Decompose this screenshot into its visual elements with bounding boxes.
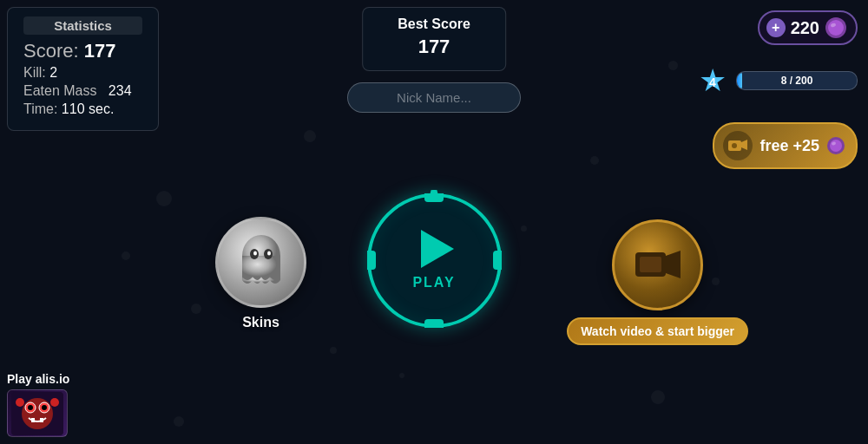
svg-point-19: [22, 398, 53, 429]
notch-left: [367, 251, 376, 270]
score-value: 177: [84, 40, 116, 62]
play-ring[interactable]: PLAY: [367, 193, 502, 328]
camera-icon: [723, 131, 753, 160]
svg-rect-24: [31, 418, 35, 422]
eaten-value: 234: [108, 83, 132, 98]
play-triangle-icon: [421, 230, 454, 268]
skins-icon: [215, 217, 306, 308]
svg-marker-4: [741, 140, 747, 150]
alis-monster-image: [11, 392, 63, 435]
skins-button[interactable]: Skins: [215, 217, 306, 330]
level-star: ★ 4: [694, 62, 731, 99]
play-alis-thumbnail[interactable]: [7, 389, 68, 437]
free-video-label: free +25: [760, 137, 819, 155]
video-circle: [612, 219, 703, 310]
xp-bar: 8 / 200: [736, 71, 858, 90]
kill-label: Kill:: [23, 65, 46, 80]
play-label: PLAY: [412, 275, 455, 291]
kill-value: 2: [49, 65, 57, 80]
statistics-panel: Statistics Score: 177 Kill: 2 Eaten Mass…: [7, 7, 159, 131]
svg-marker-16: [666, 251, 681, 278]
eaten-label: Eaten Mass: [23, 83, 96, 98]
time-row: Time: 110 sec.: [23, 101, 142, 117]
nickname-input[interactable]: [347, 82, 521, 113]
svg-point-22: [28, 405, 33, 410]
best-score-title: Best Score: [398, 16, 470, 32]
time-label: Time:: [23, 101, 57, 116]
free-video-gem-icon: [826, 136, 845, 155]
level-number: 4: [709, 75, 716, 89]
notch-right: [493, 251, 502, 270]
currency-value: 220: [791, 18, 819, 38]
play-alis-panel[interactable]: Play alis.io: [7, 372, 69, 437]
kill-row: Kill: 2: [23, 65, 142, 81]
svg-rect-17: [640, 257, 661, 272]
svg-point-13: [253, 251, 257, 255]
currency-bar: + 220: [758, 10, 858, 45]
eaten-row: Eaten Mass 234: [23, 83, 142, 99]
best-score-value: 177: [398, 36, 470, 58]
watch-video-label: Watch video & start bigger: [567, 317, 748, 345]
notch-bottom: [424, 319, 444, 328]
notch-top: [424, 193, 444, 202]
svg-point-26: [16, 398, 24, 407]
time-value: 110 sec.: [62, 101, 114, 116]
svg-point-7: [830, 140, 842, 152]
level-bar-container: ★ 4 8 / 200: [694, 62, 858, 99]
svg-point-1: [828, 20, 844, 36]
xp-text: 8 / 200: [781, 75, 813, 87]
svg-point-23: [42, 405, 47, 410]
play-alis-label: Play alis.io: [7, 372, 69, 386]
svg-point-27: [50, 398, 59, 407]
best-score-panel: Best Score 177: [362, 7, 506, 71]
free-video-button[interactable]: free +25: [713, 122, 858, 169]
gem-icon: [825, 16, 847, 39]
svg-rect-10: [242, 256, 280, 280]
svg-rect-25: [40, 418, 43, 422]
play-button[interactable]: PLAY: [365, 191, 503, 330]
svg-point-14: [267, 251, 271, 255]
xp-bar-fill: [737, 72, 742, 89]
add-currency-button[interactable]: +: [766, 18, 786, 37]
svg-point-5: [732, 143, 737, 148]
score-row: Score: 177: [23, 40, 142, 62]
video-camera-icon: [635, 247, 681, 284]
score-label: Score:: [23, 40, 79, 62]
stats-title: Statistics: [23, 16, 142, 35]
watch-video-button[interactable]: Watch video & start bigger: [567, 219, 748, 345]
skins-label: Skins: [242, 315, 279, 330]
